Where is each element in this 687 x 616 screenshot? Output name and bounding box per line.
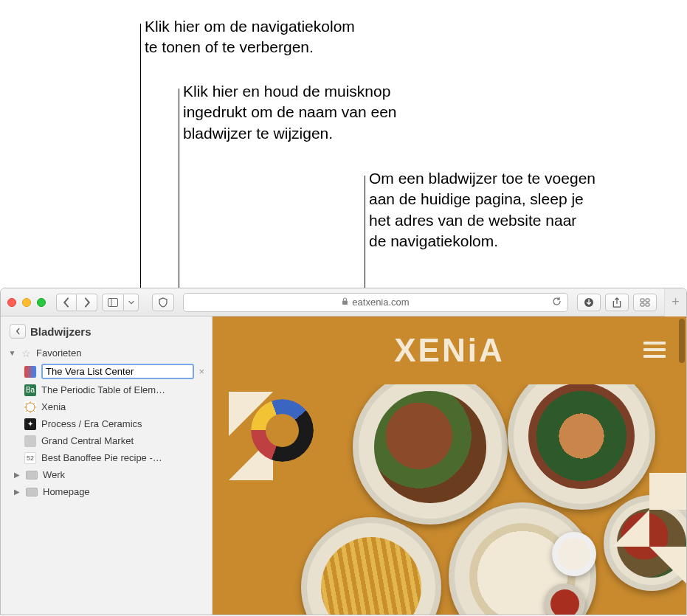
- svg-rect-0: [108, 298, 118, 306]
- folder-label: Homepage: [43, 486, 204, 497]
- lock-icon: [342, 297, 348, 307]
- webpage-content: XENiA: [213, 316, 686, 615]
- hero-image: [213, 384, 686, 615]
- sidebar-toggle-button[interactable]: [102, 294, 124, 311]
- bookmark-label: Grand Central Market: [41, 435, 204, 446]
- bookmark-item[interactable]: ✦ Process / Era Ceramics: [1, 415, 212, 432]
- scrollbar[interactable]: [679, 319, 685, 363]
- downloads-button[interactable]: [577, 294, 601, 311]
- favicon: ✦: [24, 418, 36, 430]
- chevron-down-icon: [128, 300, 134, 305]
- nav-back-forward: [56, 294, 97, 311]
- privacy-report-button[interactable]: [152, 294, 174, 311]
- bookmarks-list: ▼ ☆ Favorieten The Vera List Center × Ba…: [1, 345, 212, 506]
- svg-rect-5: [646, 299, 649, 302]
- safari-window: eatxenia.com + Bladwijzers: [0, 288, 687, 615]
- svg-rect-4: [641, 299, 644, 302]
- decorative-shapes: [598, 473, 686, 615]
- callout-line: [140, 24, 141, 297]
- bookmark-item[interactable]: Xenia: [1, 398, 212, 415]
- close-window-button[interactable]: [7, 298, 16, 307]
- disclosure-triangle-icon[interactable]: ▶: [13, 488, 21, 496]
- folder-label: Favorieten: [36, 347, 204, 359]
- site-header: XENiA: [213, 316, 686, 384]
- address-bar[interactable]: eatxenia.com: [183, 293, 568, 312]
- favicon: [24, 401, 36, 413]
- bookmark-item-editing[interactable]: The Vera List Center ×: [1, 361, 212, 381]
- window-controls: [7, 298, 46, 307]
- minimize-window-button[interactable]: [22, 298, 31, 307]
- new-tab-button[interactable]: +: [664, 288, 686, 316]
- logo-text: A: [479, 332, 505, 368]
- menu-button[interactable]: [643, 342, 666, 358]
- fullscreen-window-button[interactable]: [37, 298, 46, 307]
- star-icon: ☆: [21, 347, 31, 359]
- download-icon: [584, 297, 594, 308]
- folder-label: Werk: [43, 469, 204, 480]
- bookmark-item[interactable]: Ba The Periodic Table of Elem…: [1, 381, 212, 398]
- svg-line-14: [33, 410, 35, 412]
- callout-sidebar-toggle: Klik hier om de navigatiekolom te tonen …: [145, 16, 440, 58]
- svg-rect-2: [342, 301, 348, 305]
- tabs-icon: [640, 297, 650, 308]
- site-logo[interactable]: XENiA: [394, 332, 505, 369]
- tabs-button[interactable]: [633, 294, 657, 311]
- reload-icon: [552, 297, 562, 306]
- favorites-folder[interactable]: ▼ ☆ Favorieten: [1, 345, 212, 361]
- svg-line-16: [26, 410, 27, 412]
- shield-icon: [158, 297, 168, 308]
- bookmark-folder[interactable]: ▶ Homepage: [1, 483, 212, 500]
- callout-rename: Klik hier en houd de muisknop ingedrukt …: [183, 81, 493, 144]
- callout-drag-add: Om een bladwijzer toe te voegen aan de h…: [369, 168, 679, 252]
- disclosure-triangle-icon[interactable]: ▶: [13, 471, 21, 479]
- bookmark-label: Best Banoffee Pie recipe -…: [41, 452, 204, 463]
- chevron-right-icon: [82, 297, 92, 308]
- svg-rect-7: [646, 303, 649, 306]
- bookmark-label: Xenia: [41, 401, 204, 412]
- bookmark-folder[interactable]: ▶ Werk: [1, 466, 212, 483]
- folder-icon: [26, 471, 38, 480]
- bookmark-label: Process / Era Ceramics: [41, 418, 204, 429]
- logo-text: XEN: [394, 332, 467, 368]
- svg-rect-6: [641, 303, 644, 306]
- sidebar-header: Bladwijzers: [1, 316, 212, 345]
- chevron-left-icon: [15, 328, 21, 335]
- sidebar-menu-button[interactable]: [124, 294, 139, 311]
- bookmark-item[interactable]: Grand Central Market: [1, 432, 212, 449]
- bookmark-item[interactable]: 52 Best Banoffee Pie recipe -…: [1, 449, 212, 466]
- sidebar-icon: [108, 297, 118, 308]
- address-text: eatxenia.com: [352, 297, 409, 308]
- svg-line-13: [26, 403, 27, 404]
- favicon: 52: [24, 452, 36, 464]
- plus-icon: +: [672, 294, 680, 310]
- disclosure-triangle-icon[interactable]: ▼: [8, 349, 16, 357]
- titlebar: eatxenia.com +: [1, 288, 686, 316]
- sidebar-back-button[interactable]: [10, 324, 26, 339]
- back-button[interactable]: [56, 294, 77, 311]
- share-icon: [612, 297, 622, 308]
- sidebar-toggle-group: [102, 294, 139, 311]
- decorative-shapes: [229, 392, 317, 480]
- svg-line-15: [33, 403, 35, 404]
- food-photo: [323, 384, 605, 615]
- forward-button[interactable]: [77, 294, 97, 311]
- share-button[interactable]: [605, 294, 629, 311]
- reload-button[interactable]: [552, 297, 562, 308]
- callout-line: [365, 176, 365, 297]
- bookmarks-sidebar: Bladwijzers ▼ ☆ Favorieten The Vera List…: [1, 316, 213, 615]
- clear-icon[interactable]: ×: [198, 366, 204, 377]
- folder-icon: [26, 488, 38, 496]
- hamburger-icon: [643, 342, 666, 345]
- bookmark-rename-input[interactable]: The Vera List Center: [41, 364, 194, 379]
- logo-text: i: [468, 332, 479, 368]
- favicon: [24, 366, 36, 378]
- favicon: Ba: [24, 384, 36, 396]
- sidebar-title: Bladwijzers: [30, 325, 92, 338]
- chevron-left-icon: [61, 297, 72, 308]
- annotation-layer: Klik hier om de navigatiekolom te tonen …: [0, 0, 687, 288]
- bookmark-label: The Periodic Table of Elem…: [41, 384, 204, 395]
- favicon: [24, 435, 36, 447]
